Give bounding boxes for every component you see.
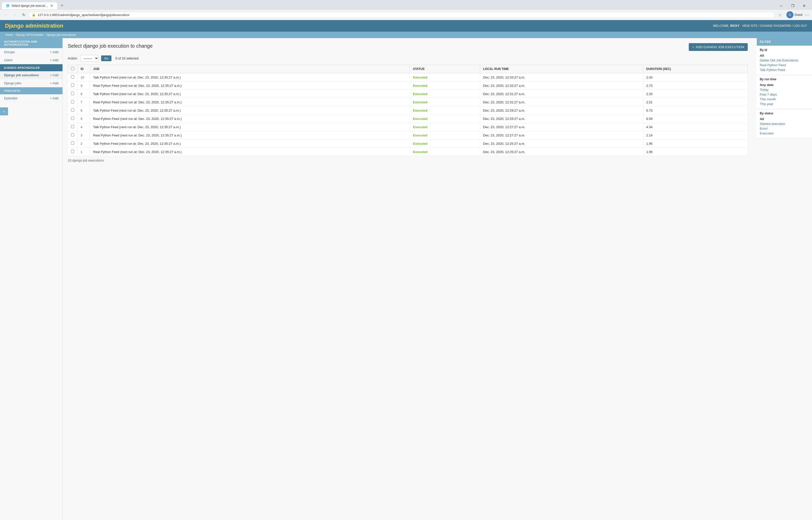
add-django-job-execution-button[interactable]: + ADD DJANGO JOB EXECUTION: [689, 43, 748, 51]
row-checkbox[interactable]: [71, 116, 74, 120]
row-checkbox[interactable]: [71, 83, 74, 87]
row-checkbox[interactable]: [71, 141, 74, 145]
row-duration: 6.59: [643, 114, 747, 123]
change-password-link[interactable]: CHANGE PASSWORD: [760, 24, 791, 28]
row-id-link[interactable]: 5: [81, 117, 82, 121]
row-checkbox[interactable]: [71, 108, 74, 112]
filter-panel: FILTER By id All Delete Old Job Executio…: [757, 38, 812, 520]
view-site-link[interactable]: VIEW SITE: [742, 24, 757, 28]
breadcrumb-home[interactable]: Home: [5, 33, 13, 36]
row-id-link[interactable]: 7: [81, 100, 82, 104]
minimize-button[interactable]: ─: [776, 2, 787, 10]
row-job: Talk Python Feed (next run at: Dec. 23, …: [90, 106, 410, 114]
status-badge: Executed: [413, 84, 428, 87]
filter-runtime-this-month[interactable]: This month: [760, 97, 809, 102]
row-checkbox[interactable]: [71, 100, 74, 103]
filter-id-all[interactable]: All: [760, 53, 809, 58]
sidebar-collapse-button[interactable]: «: [0, 107, 8, 115]
sidebar: AUTHENTICATION AND AUTHORIZATION Groups …: [0, 38, 63, 520]
profile-button[interactable]: G: [786, 11, 793, 18]
welcome-prefix: WELCOME,: [713, 24, 729, 28]
row-id-link[interactable]: 9: [81, 84, 82, 87]
filter-status-started[interactable]: Started execution: [760, 122, 809, 126]
bookmark-icon[interactable]: ☆: [778, 12, 782, 17]
table-row: 2 Talk Python Feed (next run at: Dec. 23…: [68, 139, 748, 148]
row-job: Talk Python Feed (next run at: Dec. 23, …: [90, 139, 410, 148]
django-job-executions-add-link[interactable]: + Add: [50, 73, 58, 77]
row-id: 4: [78, 123, 90, 131]
more-options-button[interactable]: ⋯: [805, 12, 809, 18]
close-button[interactable]: ✕: [798, 2, 810, 10]
reload-button[interactable]: ↻: [20, 11, 27, 18]
table-row: 9 Real Python Feed (next run at: Dec. 23…: [68, 81, 748, 90]
row-duration: 2.14: [643, 131, 747, 139]
episodes-add-link[interactable]: + Add: [50, 96, 58, 100]
breadcrumb-app[interactable]: Django APScheduler: [16, 33, 44, 36]
groups-add-link[interactable]: + Add: [50, 50, 58, 54]
filter-runtime-past7[interactable]: Past 7 days: [760, 92, 809, 97]
table-header-row: ID JOB STATUS LOCAL RUN TIME DURATION (S…: [68, 65, 748, 73]
table-footer: 10 django job executions: [68, 156, 748, 165]
row-checkbox[interactable]: [71, 133, 74, 136]
users-add-link[interactable]: + Add: [50, 58, 58, 62]
filter-by-status-title: By status: [760, 112, 809, 115]
action-select[interactable]: --------: [80, 55, 99, 62]
row-duration: 4.34: [643, 123, 747, 131]
filter-status-error[interactable]: Error!: [760, 126, 809, 131]
filter-runtime-this-year[interactable]: This year: [760, 102, 809, 106]
restore-button[interactable]: ❐: [787, 2, 798, 10]
row-id: 6: [78, 106, 90, 114]
row-job: Real Python Feed (next run at: Dec. 23, …: [90, 131, 410, 139]
row-id-link[interactable]: 6: [81, 109, 82, 112]
new-tab-button[interactable]: +: [58, 1, 66, 10]
row-id-link[interactable]: 3: [81, 133, 82, 137]
filter-id-talk-python[interactable]: Talk Python Feed: [760, 68, 809, 72]
filter-runtime-today[interactable]: Today: [760, 87, 809, 92]
filter-section-by-run-time: By run time Any date Today Past 7 days T…: [757, 75, 812, 109]
username: RICKY: [730, 24, 739, 28]
address-bar[interactable]: 🔒 127.0.0.1:8001/admin/django_apschedule…: [29, 12, 775, 18]
row-job: Talk Python Feed (next run at: Dec. 23, …: [90, 73, 410, 81]
row-id-link[interactable]: 4: [81, 125, 82, 129]
groups-link[interactable]: Groups: [4, 50, 15, 54]
col-header-local-run-time[interactable]: LOCAL RUN TIME: [480, 65, 643, 73]
filter-id-real-python[interactable]: Real Python Feed: [760, 63, 809, 68]
row-id: 7: [78, 98, 90, 106]
row-checkbox[interactable]: [71, 75, 74, 79]
django-jobs-link[interactable]: Django jobs: [4, 81, 21, 85]
row-id-link[interactable]: 2: [81, 142, 82, 146]
back-button[interactable]: ←: [3, 11, 10, 18]
logout-link[interactable]: LOG OUT: [793, 24, 807, 28]
filter-runtime-any[interactable]: Any date: [760, 82, 809, 87]
django-jobs-add-link[interactable]: + Add: [50, 81, 58, 85]
col-header-status[interactable]: STATUS: [410, 65, 480, 73]
filter-status-all[interactable]: All: [760, 116, 809, 122]
row-status: Executed: [410, 131, 480, 139]
row-id-link[interactable]: 1: [81, 150, 82, 154]
job-executions-table: ID JOB STATUS LOCAL RUN TIME DURATION (S…: [68, 65, 748, 156]
row-status: Executed: [410, 148, 480, 156]
filter-id-delete-old[interactable]: Delete Old Job Executions: [760, 58, 809, 63]
row-local-run-time: Dec. 23, 2020, 12:33:27 a.m.: [480, 81, 643, 90]
browser-tab[interactable]: 🌐 Select django job execution to c ✕: [2, 2, 57, 9]
filter-status-executed[interactable]: Executed: [760, 131, 809, 136]
col-header-job[interactable]: JOB: [90, 65, 410, 73]
episodes-link[interactable]: Episodes: [4, 96, 17, 100]
users-link[interactable]: Users: [4, 58, 12, 62]
row-checkbox-cell: [68, 81, 78, 90]
row-checkbox[interactable]: [71, 92, 74, 95]
breadcrumb-current: Django job executions: [46, 33, 76, 36]
row-status: Executed: [410, 139, 480, 148]
row-id-link[interactable]: 8: [81, 92, 82, 96]
status-badge: Executed: [413, 133, 428, 137]
select-all-checkbox[interactable]: [71, 67, 74, 70]
django-job-executions-link[interactable]: Django job executions: [4, 73, 39, 77]
tab-close-button[interactable]: ✕: [50, 4, 53, 8]
forward-button[interactable]: →: [11, 11, 19, 18]
col-header-id[interactable]: ID: [78, 65, 90, 73]
row-checkbox[interactable]: [71, 125, 74, 128]
row-id-link[interactable]: 10: [81, 76, 84, 79]
col-header-duration[interactable]: DURATION (SEC): [643, 65, 747, 73]
go-button[interactable]: Go: [101, 55, 111, 61]
row-checkbox[interactable]: [71, 150, 74, 153]
